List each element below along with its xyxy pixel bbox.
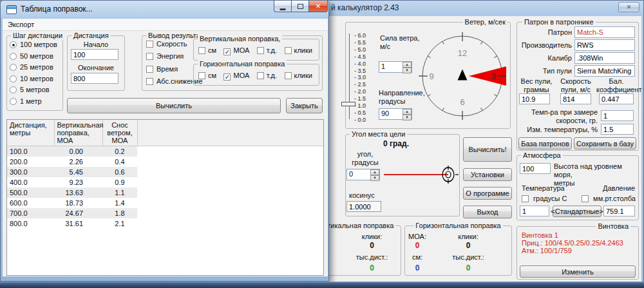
spin-down-icon[interactable]: ▼ [370, 175, 379, 181]
speed-temp-input[interactable]: 1 [601, 110, 634, 121]
radio-option[interactable]: 5 метров [10, 86, 57, 97]
checkbox-option[interactable]: Время [146, 65, 203, 77]
checkbox-icon [582, 195, 589, 202]
checkbox-icon [257, 47, 264, 54]
standard-button[interactable]: <Стандартные> [553, 206, 601, 217]
spin-up-icon[interactable]: ▲ [370, 169, 379, 175]
mmhg-checkbox[interactable]: мм.рт.столба [582, 195, 636, 202]
settings-button[interactable]: Установки [463, 168, 512, 181]
compass-9: 9 [429, 72, 433, 81]
radio-icon [10, 86, 17, 93]
table-row[interactable]: 400.09.230.9 [7, 177, 323, 187]
checkbox-option[interactable]: Скорость [146, 40, 203, 52]
angle-spinner[interactable]: 0 ▲▼ [346, 169, 380, 180]
table-row[interactable]: 200.02.260.4 [7, 157, 323, 167]
cartridge-input[interactable]: Match-S [574, 26, 635, 38]
checkbox-option[interactable]: ✓МОА [223, 46, 249, 55]
corrections-window-title: Таблица поправок... [21, 5, 93, 14]
rifle-edit-button[interactable]: Изменить [520, 265, 636, 278]
col-header-vertical: Вертикальная поправка, МОА [54, 120, 102, 146]
spin-down-icon[interactable]: ▼ [402, 68, 412, 73]
results-table[interactable]: Дистанция, метры Вертикальная поправка, … [6, 119, 324, 276]
cosine-value: 1.0000 [346, 201, 381, 212]
calculate-button[interactable]: Вычислить! [463, 137, 512, 162]
checkbox-option[interactable]: т.д. [257, 46, 277, 55]
window-bottom-edge [0, 282, 644, 288]
checkbox-icon [285, 72, 292, 79]
table-row[interactable]: 300.05.450.6 [7, 167, 323, 177]
close-table-button[interactable]: Закрыть [286, 98, 323, 113]
about-button[interactable]: О программе [463, 187, 512, 200]
checkbox-option[interactable]: т.д. [257, 72, 277, 81]
spin-up-icon[interactable]: ▲ [402, 109, 412, 115]
col-header-distance: Дистанция, метры [7, 120, 54, 146]
save-to-db-button[interactable]: Сохранить в базу [574, 137, 636, 149]
maximize-icon [298, 4, 303, 9]
wind-direction-compass[interactable]: 12 9 6 3 [419, 32, 506, 120]
close-icon: ✕ [316, 3, 321, 10]
step-options: 100 метров50 метров25 метров10 метров5 м… [10, 41, 57, 108]
celsius-checkbox[interactable]: градусы C [522, 195, 567, 202]
table-row[interactable]: 100.00.000.2 [7, 146, 323, 157]
exit-button[interactable]: Выход [463, 206, 512, 218]
bullet-speed-input[interactable]: 814 [560, 93, 591, 104]
checkbox-icon [146, 41, 153, 48]
radio-icon [10, 64, 17, 71]
radio-option[interactable]: 10 метров [10, 75, 57, 86]
spin-down-icon[interactable]: ▼ [402, 115, 412, 120]
compass-6: 6 [460, 97, 464, 107]
close-button[interactable]: ✕ [618, 2, 639, 12]
checkbox-option[interactable]: Энергия [146, 52, 203, 64]
bc-input[interactable]: 0.447 [599, 93, 634, 104]
distance-start-input[interactable]: 100 [71, 49, 118, 60]
radio-icon [10, 53, 17, 60]
close-icon: ✕ [627, 4, 632, 10]
checkbox-icon [198, 47, 205, 54]
table-row[interactable]: 800.031.612.1 [7, 218, 323, 229]
radio-option[interactable]: 50 метров [10, 52, 57, 64]
temperature-input[interactable]: 1 [520, 206, 549, 216]
spin-up-icon[interactable]: ▲ [402, 62, 412, 68]
checkbox-option[interactable]: клики [285, 72, 312, 81]
distance-end-input[interactable]: 800 [71, 73, 118, 84]
checkbox-icon [146, 66, 153, 73]
table-row[interactable]: 600.018.731.4 [7, 198, 323, 208]
caliber-input[interactable]: .308Win [574, 52, 635, 64]
minimize-button[interactable]: ▬ [274, 1, 292, 12]
bullet-type-input[interactable]: Sierra MatchKing [574, 65, 635, 77]
close-button[interactable]: ✕ [308, 1, 328, 12]
table-body: 100.00.000.2200.02.260.4300.05.450.6400.… [7, 146, 323, 229]
checkbox-icon [146, 53, 153, 60]
radio-option[interactable]: 1 метр [10, 97, 57, 109]
bullet-weight-input[interactable]: 10.9 [519, 93, 550, 104]
menu-export[interactable]: Экспорт [8, 21, 34, 28]
calculator-window-title: й калькулятор 2.43 [331, 4, 399, 12]
radio-icon [10, 98, 17, 105]
cartridge-db-button[interactable]: База патронов [518, 137, 572, 149]
compass-3: 3 [491, 72, 495, 81]
table-row[interactable]: 700.024.671.8 [7, 208, 323, 218]
window-icon [6, 5, 17, 14]
output-options: СкоростьЭнергияВремяАбс.снижение [146, 40, 203, 90]
horizontal-corr-options: см✓МОАт.д.клики [198, 72, 312, 81]
maximize-button[interactable] [291, 1, 309, 12]
menu-bar: Экспорт [3, 19, 328, 31]
radio-icon [10, 75, 17, 82]
vertical-corr-options: см✓МОАт.д.клики [198, 46, 312, 55]
checkbox-option[interactable]: Абс.снижение [146, 77, 203, 90]
checkbox-option[interactable]: ✓МОА [223, 72, 249, 81]
calculate-table-button[interactable]: Вычислить [67, 98, 281, 113]
altitude-input[interactable]: 100 [520, 163, 551, 174]
radio-option[interactable]: 25 метров [10, 63, 57, 75]
manufacturer-input[interactable]: RWS [574, 39, 635, 51]
wind-direction-spinner[interactable]: 90 ▲▼ [379, 108, 412, 120]
checkbox-option[interactable]: клики [285, 46, 312, 55]
pressure-input[interactable]: 759.1 [603, 206, 635, 216]
radio-option[interactable]: 100 метров [10, 41, 57, 52]
checkbox-option[interactable]: см [198, 46, 216, 55]
temp-change-input[interactable]: 1.5 [601, 124, 634, 135]
wind-force-spinner[interactable]: 1 ▲▼ [379, 61, 412, 73]
checkbox-option[interactable]: см [198, 72, 216, 81]
checkbox-icon [522, 195, 529, 202]
table-row[interactable]: 500.013.631.1 [7, 187, 323, 198]
